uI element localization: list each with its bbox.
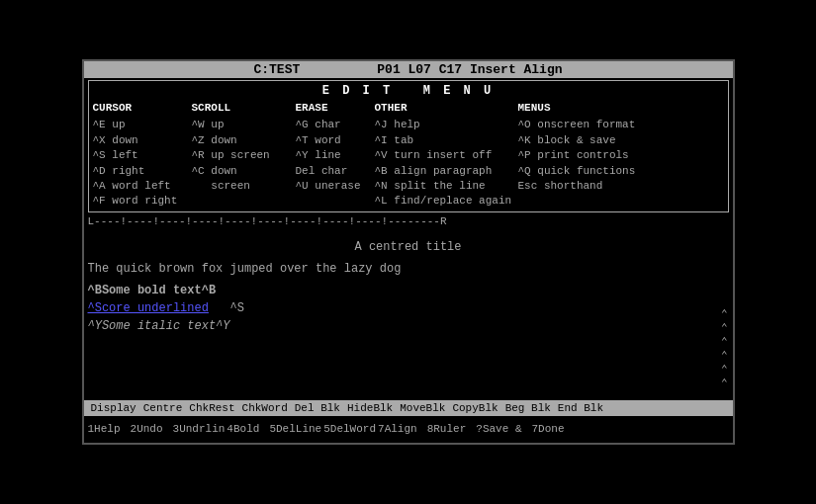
btn-hideblk[interactable]: HideBlk [344,402,396,414]
menus-row-1: ^O onscreen format [518,118,657,132]
underline-end: ^S [216,301,244,315]
btn-endblk[interactable]: End Blk [555,402,606,414]
erase-row-2: ^T word [296,133,375,148]
fn-5b[interactable]: 5DelWord [323,423,376,435]
col-erase: ^G char ^T word ^Y line Del char ^U uner… [296,118,375,209]
cursor-row-5: ^A word left [93,179,192,194]
fn-4[interactable]: 4Bold [227,423,259,435]
title-bar: C:TEST P01 L07 C17 Insert Align [84,61,733,78]
fn-save[interactable]: ?Save & [476,423,521,435]
arrow-2: ⌃ [721,321,728,334]
col-header-erase: ERASE [296,101,375,117]
col-header-other: OTHER [375,101,518,117]
menus-row-2: ^K block & save [518,133,657,148]
menu-box: E D I T M E N U CURSOR SCROLL ERASE OTHE… [88,80,729,212]
col-header-cursor: CURSOR [93,101,192,117]
fn-8[interactable]: 8Ruler [427,423,467,435]
italic-line: ^YSome italic text^Y [88,317,729,335]
cursor-row-4: ^D right [93,164,192,179]
menus-row-4: ^Q quick functions [518,164,657,179]
other-row-2: ^I tab [375,133,518,148]
scroll-arrows: ⌃ ⌃ ⌃ ⌃ ⌃ ⌃ [721,307,728,389]
scroll-row-1: ^W up [192,118,296,132]
ruler: L----!----!----!----!----!----!----!----… [84,214,733,228]
menu-rows: ^E up ^X down ^S left ^D right ^A word l… [93,118,724,209]
scroll-row-5: screen [192,179,296,194]
menu-columns-header: CURSOR SCROLL ERASE OTHER MENUS [93,101,724,117]
btn-chkrest[interactable]: ChkRest [186,402,237,414]
function-bar: 1Help 2Undo 3Undrlin 4Bold 5DelLine 5Del… [84,421,733,437]
cursor-row-1: ^E up [93,118,192,132]
menus-row-5: Esc shorthand [518,179,657,194]
other-row-1: ^J help [375,118,518,132]
erase-row-1: ^G char [296,118,375,132]
arrow-1: ⌃ [721,307,728,320]
edit-menu-label: E D I T M E N U [93,83,724,100]
edit-area[interactable]: A centred title The quick brown fox jump… [84,228,733,337]
menus-row-3: ^P print controls [518,148,657,163]
normal-line: The quick brown fox jumped over the lazy… [88,260,729,278]
erase-row-3: ^Y line [296,148,375,163]
scroll-row-6 [192,194,296,209]
fn-5[interactable]: 5DelLine [269,423,321,435]
menus-row-6 [518,194,657,209]
title-center: P01 L07 C17 Insert Align [377,62,562,77]
col-header-scroll: SCROLL [192,101,296,117]
spacer1 [88,230,729,238]
cursor-row-3: ^S left [93,148,192,163]
bold-line: ^BSome bold text^B [88,282,729,299]
bottom-toolbar: Display Centre ChkRest ChkWord Del Blk H… [84,400,733,416]
col-menus: ^O onscreen format ^K block & save ^P pr… [518,118,657,209]
other-row-5: ^N split the line [375,179,518,194]
centered-title: A centred title [88,238,729,256]
col-header-menus: MENUS [518,101,657,117]
underline-text: ^Score underlined [88,301,209,315]
cursor-row-6: ^F word right [93,194,192,209]
btn-chkword[interactable]: ChkWord [239,402,291,414]
btn-copyblk[interactable]: CopyBlk [449,402,500,414]
btn-begblk[interactable]: Beg Blk [502,402,554,414]
other-row-4: ^B align paragraph [375,164,518,179]
fn-3[interactable]: 3Undrlin [173,423,226,435]
fn-7[interactable]: 7Align [378,423,417,435]
arrow-5: ⌃ [721,363,728,376]
fn-done[interactable]: 7Done [532,423,565,435]
fn-2[interactable]: 2Undo [131,423,163,435]
col-cursor: ^E up ^X down ^S left ^D right ^A word l… [93,118,192,209]
arrow-4: ⌃ [721,349,728,362]
scroll-row-3: ^R up screen [192,148,296,163]
ruler-text: L----!----!----!----!----!----!----!----… [88,215,447,227]
btn-delblk[interactable]: Del Blk [292,402,343,414]
btn-moveblk[interactable]: MoveBlk [397,402,448,414]
scroll-row-4: ^C down [192,164,296,179]
erase-row-6 [296,194,375,209]
col-scroll: ^W up ^Z down ^R up screen ^C down scree… [192,118,296,209]
other-row-6: ^L find/replace again [375,194,518,209]
underline-line: ^Score underlined ^S [88,299,729,317]
arrow-6: ⌃ [721,377,728,389]
col-other: ^J help ^I tab ^V turn insert off ^B ali… [375,118,518,209]
scroll-row-2: ^Z down [192,133,296,148]
title-left: C:TEST [253,62,300,77]
other-row-3: ^V turn insert off [375,148,518,163]
btn-centre[interactable]: Centre [140,402,186,414]
cursor-row-2: ^X down [93,133,192,148]
btn-display[interactable]: Display [88,402,139,414]
arrow-3: ⌃ [721,335,728,348]
erase-row-5: ^U unerase [296,179,375,194]
erase-row-4: Del char [296,164,375,179]
fn-1[interactable]: 1Help [88,423,121,435]
